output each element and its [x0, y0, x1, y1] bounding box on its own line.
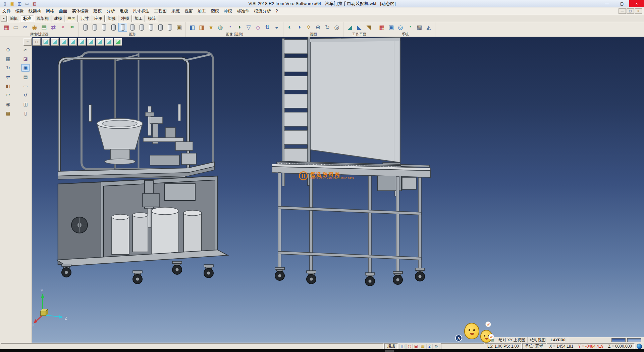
- view-front-button[interactable]: [51, 38, 59, 46]
- system-grid-icon[interactable]: ▩: [415, 23, 424, 32]
- menu-item-0[interactable]: 文件: [0, 7, 13, 15]
- drawing-edit-icon[interactable]: [137, 23, 146, 32]
- view-top-button[interactable]: [60, 38, 68, 46]
- assistant-count-icon[interactable]: 2: [426, 344, 433, 349]
- layer-color-swatch-1[interactable]: [611, 338, 626, 342]
- attributes-print-icon[interactable]: ▭: [11, 23, 20, 32]
- chain-filter-icon[interactable]: ∞: [21, 23, 30, 32]
- tab-2[interactable]: 线架构: [34, 15, 51, 22]
- image-render-icon[interactable]: ◨: [197, 23, 206, 32]
- system-ramp-icon[interactable]: ◭: [424, 23, 433, 32]
- menu-item-15[interactable]: 冲模: [221, 7, 234, 15]
- menu-item-14[interactable]: 塑模: [208, 7, 221, 15]
- open-file-icon[interactable]: ▣: [9, 1, 15, 6]
- menu-item-16[interactable]: 标准件: [234, 7, 252, 15]
- tab-dropdown-button[interactable]: ▼: [1, 16, 7, 21]
- viewport-3d[interactable]: Y Z X 智造资料网 INTELLIGENT MANUFACTURING DA…: [32, 37, 644, 343]
- image-section-icon[interactable]: ◔: [225, 23, 234, 32]
- render-globe-icon[interactable]: [637, 344, 642, 349]
- system-colors-icon[interactable]: ▦: [377, 23, 386, 32]
- image-swap-icon[interactable]: ⇅: [263, 23, 272, 32]
- layer-color-swatch-2[interactable]: [627, 338, 641, 342]
- menu-item-3[interactable]: 网格: [44, 7, 57, 15]
- system-refresh-icon[interactable]: ◔: [406, 23, 414, 32]
- close-button[interactable]: ×: [629, 0, 644, 7]
- save-file-icon[interactable]: ◫: [16, 1, 23, 6]
- drawing-new-icon[interactable]: [81, 23, 90, 32]
- image-compare-icon[interactable]: ◑: [235, 23, 244, 32]
- tab-10[interactable]: 模流: [146, 15, 158, 22]
- attributes-color-icon[interactable]: ▦: [2, 23, 11, 32]
- autosave-icon[interactable]: ◫: [399, 344, 406, 349]
- view-plan-button[interactable]: □: [33, 38, 41, 46]
- notes-icon[interactable]: ▭: [21, 82, 30, 90]
- view-iso-button[interactable]: [42, 38, 50, 46]
- system-monitor-icon[interactable]: ▣: [387, 23, 395, 32]
- drawing-insert-icon[interactable]: [100, 23, 108, 32]
- tab-9[interactable]: 加工: [132, 15, 145, 22]
- view-shaded-icon[interactable]: ◐: [285, 23, 294, 32]
- clipboard-icon[interactable]: ▯: [21, 109, 30, 117]
- menu-item-4[interactable]: 曲面: [57, 7, 70, 15]
- scale-indicator[interactable]: LS: 1.00 PS: 1.00: [485, 343, 522, 349]
- menu-item-17[interactable]: 模流分析: [252, 7, 273, 15]
- drawing-save-as-icon[interactable]: [128, 23, 137, 32]
- menu-item-13[interactable]: 加工: [195, 7, 208, 15]
- layers-icon[interactable]: ▤: [21, 73, 30, 81]
- drawing-merge-icon[interactable]: [147, 23, 155, 32]
- pan-view-icon[interactable]: ⇄: [4, 73, 12, 81]
- drawing-manage-icon[interactable]: [165, 23, 174, 32]
- os-taskbar-sliver[interactable]: [0, 349, 644, 352]
- view-mode-indicator[interactable]: 绝对 XY 上视图: [496, 337, 528, 343]
- system-globe-icon[interactable]: ◎: [396, 23, 405, 32]
- mdi-restore-button[interactable]: ▢: [627, 8, 634, 14]
- tab-4[interactable]: 曲面: [65, 15, 78, 22]
- materials-icon[interactable]: ▦: [420, 344, 426, 349]
- image-shade-icon[interactable]: ◧: [188, 23, 197, 32]
- image-texture-icon[interactable]: ◍: [216, 23, 225, 32]
- zoom-tool-icon[interactable]: ⊕: [4, 46, 12, 53]
- drawing-import-icon[interactable]: [109, 23, 118, 32]
- mdi-close-button[interactable]: ×: [635, 8, 642, 14]
- workplane-custom-icon[interactable]: ◥: [364, 23, 373, 32]
- workplane-axis-icon[interactable]: ◣: [355, 23, 364, 32]
- match-attributes-icon[interactable]: ≈: [68, 23, 76, 32]
- menu-item-5[interactable]: 实体编辑: [70, 7, 91, 15]
- dynamic-rotate-icon[interactable]: ↻: [4, 64, 12, 72]
- mascot-character-1[interactable]: [464, 323, 479, 339]
- view-left-button[interactable]: [69, 38, 77, 46]
- undo-icon[interactable]: ↺: [21, 91, 30, 99]
- view-axonometric-button[interactable]: [105, 38, 113, 46]
- view-menu-button[interactable]: ≡: [23, 38, 32, 46]
- minimize-button[interactable]: —: [600, 0, 614, 7]
- taskbar-item[interactable]: [385, 350, 394, 352]
- paint-attributes-icon[interactable]: ◧: [4, 82, 12, 90]
- view-render-button[interactable]: [114, 38, 122, 46]
- tab-0[interactable]: 编辑: [7, 15, 20, 22]
- tab-3[interactable]: 建模: [52, 15, 64, 22]
- tab-6[interactable]: 应用: [92, 15, 105, 22]
- curve-tool-icon[interactable]: ◠: [4, 91, 12, 99]
- swap-attributes-icon[interactable]: ⇄: [49, 23, 58, 32]
- menu-item-1[interactable]: 编辑: [13, 7, 26, 15]
- menu-item-7[interactable]: 分析: [104, 7, 117, 15]
- selected-view-icon[interactable]: ▣: [21, 64, 30, 72]
- menu-item-10[interactable]: 工程图: [152, 7, 169, 15]
- tab-1[interactable]: 标准: [21, 15, 34, 22]
- view-wireframe-icon[interactable]: ◑: [295, 23, 304, 32]
- active-layer-indicator[interactable]: LAYER0: [548, 337, 568, 343]
- mdi-minimize-button[interactable]: —: [619, 8, 626, 14]
- view-bottom-button[interactable]: [96, 38, 104, 46]
- drawing-open-icon[interactable]: [90, 23, 99, 32]
- tab-7[interactable]: 塑膜: [105, 15, 118, 22]
- grid-edit-icon[interactable]: ▤: [40, 23, 48, 32]
- toolbox-icon[interactable]: ▣: [413, 344, 419, 349]
- workplane-xy-icon[interactable]: ◢: [345, 23, 354, 32]
- menu-item-11[interactable]: 系统: [169, 7, 182, 15]
- image-gem-icon[interactable]: ◇: [254, 23, 262, 32]
- snap-grid-icon[interactable]: ▦: [4, 55, 12, 62]
- assistant-a-badge[interactable]: A: [455, 335, 462, 342]
- absolute-view-indicator[interactable]: 绝对视图: [528, 337, 548, 343]
- magnet-filter-icon[interactable]: ◉: [30, 23, 39, 32]
- palette-icon[interactable]: ▩: [4, 109, 12, 117]
